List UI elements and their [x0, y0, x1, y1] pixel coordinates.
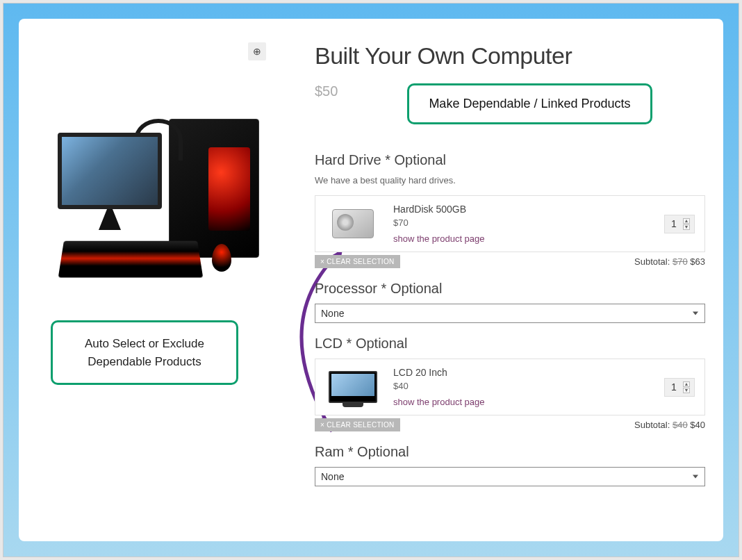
clear-lcd-button[interactable]: × CLEAR SELECTION — [315, 418, 400, 431]
callout-dependable-text: Make Dependable / Linked Products — [429, 97, 630, 110]
subtotal-hdd-strike: $70 — [673, 256, 688, 267]
callout-dependable: Make Dependable / Linked Products — [407, 83, 652, 124]
qty-down-icon[interactable]: ▼ — [683, 388, 690, 393]
image-column: ⊕ Auto Select or Exclude Dependable Prod… — [37, 42, 287, 518]
callout-auto-select: Auto Select or Exclude Dependable Produc… — [51, 320, 238, 385]
lcd-qty: 1 — [669, 381, 679, 393]
lcd-icon — [329, 371, 377, 403]
ram-select[interactable]: None — [315, 467, 705, 486]
hdd-icon — [332, 209, 374, 238]
thumb-lcd-wrap — [325, 366, 381, 408]
qty-box-lcd[interactable]: 1 ▲ ▼ — [664, 378, 695, 397]
product-box-lcd: LCD 20 Inch $40 show the product page 1 … — [315, 359, 705, 415]
qty-up-icon[interactable]: ▲ — [683, 218, 690, 224]
clear-hdd-button[interactable]: × CLEAR SELECTION — [315, 255, 400, 268]
section-processor: Processor * Optional None — [315, 281, 705, 323]
heading-ram: Ram * Optional — [315, 444, 705, 460]
heading-processor: Processor * Optional — [315, 281, 705, 297]
section-hard-drive: Hard Drive * Optional We have a best qua… — [315, 152, 705, 268]
subtotal-hdd-final: $63 — [690, 256, 705, 267]
product-image[interactable] — [51, 112, 259, 279]
desc-hard-drive: We have a best quality hard drives. — [315, 175, 705, 186]
hdd-qty: 1 — [669, 218, 679, 229]
qty-up-icon[interactable]: ▲ — [683, 381, 690, 387]
mouse-graphic — [212, 244, 231, 272]
subtotal-hdd-label: Subtotal: — [634, 256, 670, 267]
subtotal-lcd: Subtotal: $40 $40 — [634, 420, 705, 430]
subtotal-hdd: Subtotal: $70 $63 — [634, 256, 705, 267]
base-price: $50 — [315, 83, 338, 99]
hdd-name: HardDisk 500GB — [393, 204, 652, 215]
subtotal-lcd-strike: $40 — [673, 420, 688, 430]
callout-left-text2: Dependable Products — [88, 355, 201, 368]
zoom-icon[interactable]: ⊕ — [248, 42, 266, 60]
processor-select[interactable]: None — [315, 304, 705, 323]
gradient-frame: ⊕ Auto Select or Exclude Dependable Prod… — [3, 3, 739, 557]
subtotal-lcd-final: $40 — [690, 420, 705, 430]
product-box-hdd: HardDisk 500GB $70 show the product page… — [315, 195, 705, 252]
zoom-glyph: ⊕ — [253, 46, 261, 57]
lcd-link[interactable]: show the product page — [393, 397, 485, 407]
thumb-hdd-wrap — [325, 203, 381, 245]
lcd-name: LCD 20 Inch — [393, 367, 652, 378]
heading-lcd: LCD * Optional — [315, 336, 705, 352]
hdd-link[interactable]: show the product page — [393, 233, 485, 244]
options-column: Built Your Own Computer $50 Make Dependa… — [315, 42, 705, 518]
callout-left-text1: Auto Select or Exclude — [85, 337, 204, 350]
heading-hard-drive: Hard Drive * Optional — [315, 152, 705, 168]
product-card: ⊕ Auto Select or Exclude Dependable Prod… — [19, 19, 723, 541]
keyboard-graphic — [58, 241, 204, 278]
section-ram: Ram * Optional None — [315, 444, 705, 486]
subtotal-lcd-label: Subtotal: — [634, 420, 670, 430]
monitor-graphic — [58, 133, 162, 209]
hdd-price: $70 — [393, 217, 652, 228]
lcd-price: $40 — [393, 381, 652, 391]
qty-down-icon[interactable]: ▼ — [683, 224, 690, 230]
monitor-stand-graphic — [96, 209, 124, 230]
page-title: Built Your Own Computer — [315, 42, 705, 69]
qty-box-hdd[interactable]: 1 ▲ ▼ — [664, 215, 695, 233]
section-lcd: LCD * Optional LCD 20 Inch $40 show the … — [315, 336, 705, 431]
